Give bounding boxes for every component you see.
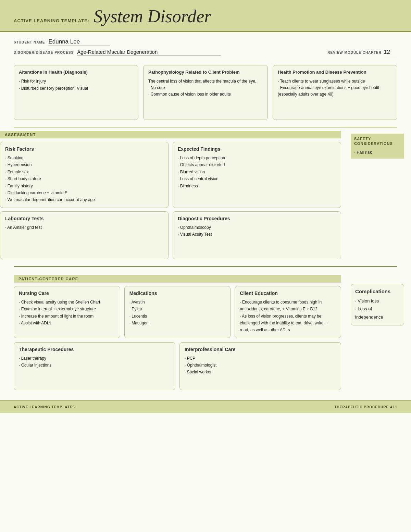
medications-box: Medications · Avastin · Eylea · Lucentis… — [124, 286, 231, 338]
med-4: · Macugen — [129, 320, 226, 326]
risk-factors-content: · Smoking · Hypertension · Female sex · … — [5, 154, 163, 203]
safety-content: · Fall risk — [354, 149, 401, 156]
ce-2: · As loss of vision progresses, clients … — [240, 313, 336, 334]
nc-2: · Examine internal + external eye struct… — [19, 306, 115, 312]
right-sidebar: SAFETY CONSIDERATIONS · Fall risk — [346, 131, 411, 263]
patho-line-3: · Common cause of vision loss in older a… — [148, 91, 263, 98]
expected-findings-content: · Loss of depth perception · Objects app… — [178, 154, 336, 189]
medications-title: Medications — [129, 290, 226, 296]
client-education-title: Client Education — [240, 290, 336, 296]
ef-4: · Loss of central vision — [178, 175, 336, 182]
complications-title: Complications — [355, 288, 400, 294]
lab-tests-box: Laboratory Tests · An Amsler grid test — [0, 211, 169, 259]
patho-line-2: · No cure — [148, 85, 263, 91]
student-info: STUDENT NAME Edunna Lee DISORDER/DISEASE… — [0, 32, 411, 60]
alterations-title: Alterations in Health (Diagnosis) — [19, 70, 133, 75]
health-promotion-box: Health Promotion and Disease Prevention … — [273, 65, 397, 120]
divider-1 — [14, 127, 397, 127]
rf-2: · Hypertension — [5, 161, 163, 168]
dp-2: · Visual Acuity Test — [178, 231, 336, 238]
pcc-wrapper: PATIENT-CENTERED CARE Nursing Care · Che… — [0, 270, 411, 394]
pcc-main: PATIENT-CENTERED CARE Nursing Care · Che… — [0, 270, 346, 394]
footer: ACTIVE LEARNING TEMPLATES THERAPEUTIC PR… — [0, 400, 411, 413]
pcc-grid-top: Nursing Care · Check visual acuity using… — [14, 286, 341, 338]
nursing-care-box: Nursing Care · Check visual acuity using… — [14, 286, 120, 338]
assessment-main: ASSESSMENT Risk Factors · Smoking · Hype… — [0, 131, 346, 263]
med-1: · Avastin — [129, 299, 226, 306]
alterations-content: · Risk for injury · Disturbed sensory pe… — [19, 78, 133, 92]
expected-findings-title: Expected Findings — [178, 146, 336, 152]
top-boxes: Alterations in Health (Diagnosis) · Risk… — [0, 60, 411, 123]
pcc-section: PATIENT-CENTERED CARE Nursing Care · Che… — [0, 270, 346, 390]
pathophysiology-content: The central loss of vision that affects … — [148, 78, 263, 98]
med-3: · Lucentis — [129, 313, 226, 320]
rf-6: · Diet lacking carotene + vitamin E — [5, 189, 163, 196]
lab-tests-content: · An Amsler grid test — [5, 224, 163, 231]
health-promotion-content: · Teach clients to wear sunglasses while… — [278, 78, 392, 98]
header: ACTIVE LEARNING TEMPLATE: System Disorde… — [0, 0, 411, 32]
lt-1: · An Amsler grid test — [5, 224, 163, 231]
diagnostic-procedures-content: · Ophthalmoscopy · Visual Acuity Test — [178, 224, 336, 238]
assessment-grid-top: Risk Factors · Smoking · Hypertension · … — [0, 142, 341, 208]
safety-item-1: · Fall risk — [354, 149, 401, 156]
review-value: 12 — [384, 49, 397, 56]
hp-line-1: · Teach clients to wear sunglasses while… — [278, 78, 392, 85]
disorder-label: DISORDER/DISEASE PROCESS — [14, 51, 74, 54]
pcc-label: PATIENT-CENTERED CARE — [14, 275, 341, 283]
student-name-value: Edunna Lee — [48, 38, 110, 46]
nc-4: · Assist with ADLs — [19, 320, 115, 326]
complications-content: · Vision loss · Loss of independence — [355, 297, 400, 321]
ef-3: · Blurred vision — [178, 169, 336, 175]
pcc-grid-bottom: Therapeutic Procedures · Laser therapy ·… — [14, 342, 341, 390]
therapeutic-procedures-box: Therapeutic Procedures · Laser therapy ·… — [14, 342, 175, 390]
pathophysiology-title: Pathophysiology Related to Client Proble… — [148, 70, 263, 75]
complications-box: Complications · Vision loss · Loss of in… — [351, 284, 404, 325]
hp-line-2: · Encourage annual eye examinations + go… — [278, 85, 392, 98]
disorder-value: Age-Related Macular Degeneration — [77, 49, 221, 55]
page: ACTIVE LEARNING TEMPLATE: System Disorde… — [0, 0, 411, 532]
therapeutic-procedures-content: · Laser therapy · Ocular injections — [19, 355, 170, 369]
lab-tests-title: Laboratory Tests — [5, 216, 163, 221]
footer-left: ACTIVE LEARNING TEMPLATES — [14, 405, 75, 409]
med-2: · Eylea — [129, 306, 226, 312]
header-title: System Disorder — [94, 6, 211, 26]
comp-2: · Loss of independence — [355, 305, 400, 321]
ef-2: · Objects appear distorted — [178, 161, 336, 168]
nursing-care-content: · Check visual acuity using the Snellen … — [19, 299, 115, 327]
risk-factors-box: Risk Factors · Smoking · Hypertension · … — [0, 142, 169, 208]
medications-content: · Avastin · Eylea · Lucentis · Macugen — [129, 299, 226, 327]
diagnostic-procedures-title: Diagnostic Procedures — [178, 216, 336, 221]
student-name-label: STUDENT NAME — [14, 40, 45, 44]
nc-3: · Increase the amount of light in the ro… — [19, 313, 115, 320]
dp-1: · Ophthalmoscopy — [178, 224, 336, 231]
interprofessional-care-box: Interprofessional Care · PCP · Ophthalmo… — [179, 342, 341, 390]
divider-2 — [14, 266, 397, 267]
ce-1: · Encourage clients to consume foods hig… — [240, 299, 336, 313]
complications-sidebar: Complications · Vision loss · Loss of in… — [346, 270, 411, 394]
nc-1: · Check visual acuity using the Snellen … — [19, 299, 115, 306]
tp-1: · Laser therapy — [19, 355, 170, 362]
risk-factors-title: Risk Factors — [5, 146, 163, 152]
ic-3: · Social worker — [185, 369, 336, 375]
rf-3: · Female sex — [5, 169, 163, 175]
assessment-label: ASSESSMENT — [0, 131, 341, 138]
alterations-item-2: · Disturbed sensory perception: Visual — [19, 85, 133, 92]
ef-5: · Blindness — [178, 183, 336, 189]
safety-box: SAFETY CONSIDERATIONS · Fall risk — [351, 134, 404, 159]
header-prefix: ACTIVE LEARNING TEMPLATE: — [14, 18, 89, 23]
assessment-grid-bottom: Laboratory Tests · An Amsler grid test D… — [0, 211, 341, 259]
tp-2: · Ocular injections — [19, 362, 170, 369]
health-promotion-title: Health Promotion and Disease Prevention — [278, 70, 392, 75]
rf-7: · Wet macular degeneration can occur at … — [5, 196, 163, 203]
footer-right: THERAPEUTIC PROCEDURE A11 — [334, 405, 397, 409]
ic-2: · Ophthalmologist — [185, 362, 336, 369]
rf-1: · Smoking — [5, 154, 163, 161]
expected-findings-box: Expected Findings · Loss of depth percep… — [173, 142, 341, 208]
patho-line-1: The central loss of vision that affects … — [148, 78, 263, 85]
safety-title: SAFETY CONSIDERATIONS — [354, 136, 401, 146]
interprofessional-care-content: · PCP · Ophthalmologist · Social worker — [185, 355, 336, 376]
diagnostic-procedures-box: Diagnostic Procedures · Ophthalmoscopy ·… — [173, 211, 341, 259]
alterations-box: Alterations in Health (Diagnosis) · Risk… — [14, 65, 138, 120]
therapeutic-procedures-title: Therapeutic Procedures — [19, 347, 170, 352]
pathophysiology-box: Pathophysiology Related to Client Proble… — [143, 65, 268, 120]
